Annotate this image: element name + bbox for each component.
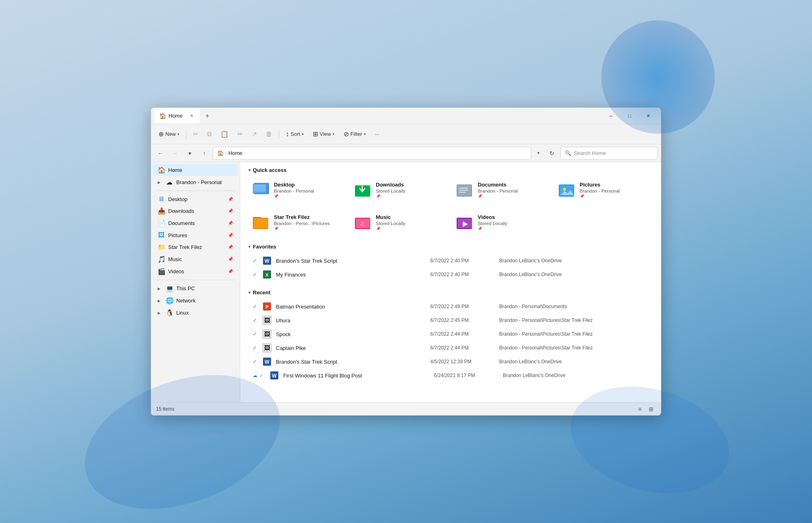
list-item-batman[interactable]: ✓ P Batman Presentation 6/7/2022 2:49 PM…	[248, 300, 653, 313]
rename-button[interactable]: ✏	[233, 128, 247, 140]
startrek-script-location: Brandon LeBlanc's OneDrive	[499, 258, 650, 264]
qa-videos-pin: 📌	[478, 227, 547, 231]
more-label: ···	[375, 131, 379, 137]
address-dropdown-button[interactable]: ▾	[534, 148, 543, 158]
win11blog-cloud-icon: ☁	[252, 372, 258, 379]
sidebar-item-home[interactable]: 🏠 Home	[153, 164, 238, 176]
sidebar-item-linux[interactable]: ▶ 🐧 Linux	[153, 307, 238, 319]
share-button[interactable]: ↗	[248, 128, 261, 140]
view-button[interactable]: ⊞ View ▾	[309, 128, 339, 140]
new-tab-button[interactable]: +	[201, 110, 214, 122]
active-tab[interactable]: 🏠 Home ✕	[154, 108, 200, 124]
paste-button[interactable]: 📋	[216, 128, 233, 140]
window-controls: ─ □ ✕	[602, 109, 658, 122]
qa-item-startrek[interactable]: Star Trek Filez Brandon - Perso...\Pictu…	[248, 210, 347, 236]
qa-item-pictures[interactable]: Pictures Brandon - Personal 📌	[554, 177, 653, 203]
refresh-button[interactable]: ↻	[546, 147, 558, 159]
qa-item-desktop[interactable]: Desktop Brandon - Personal 📌	[248, 177, 347, 203]
sidebar-item-music[interactable]: 🎵 Music 📌	[153, 253, 238, 265]
svg-rect-16	[254, 219, 268, 228]
copy-button[interactable]: ⧉	[203, 128, 216, 140]
qa-music-icon: ♫	[355, 214, 372, 231]
qa-desktop-icon	[253, 182, 270, 199]
qa-videos-sub: Stored Locally	[478, 221, 547, 226]
startrek-script-status-icon: ✓	[252, 257, 258, 264]
tab-close-button[interactable]: ✕	[188, 113, 195, 119]
recent-locations-button[interactable]: ▾	[184, 147, 196, 159]
tab-label: Home	[169, 113, 183, 119]
sidebar-thispc-label: This PC	[176, 285, 233, 292]
linux-icon: 🐧	[166, 309, 173, 317]
sidebar-music-label: Music	[168, 256, 224, 262]
list-item-startrek-script[interactable]: ✓ W Brandon's Star Trek Script 6/7/2022 …	[248, 254, 653, 268]
sidebar-item-documents[interactable]: 📄 Documents 📌	[153, 217, 238, 229]
list-item-uhura[interactable]: ✓ 🖼 Uhura 6/7/2022 2:45 PM Brandon - Per…	[248, 313, 653, 327]
sidebar-separator-2	[156, 280, 235, 280]
more-button[interactable]: ···	[371, 129, 383, 139]
sidebar-item-downloads[interactable]: 📥 Downloads 📌	[153, 205, 238, 217]
grid-view-button[interactable]: ⊞	[646, 404, 656, 414]
up-button[interactable]: ↑	[198, 147, 210, 159]
qa-item-documents[interactable]: Documents Brandon - Personal 📌	[452, 177, 551, 203]
recent-label: Recent	[253, 289, 270, 296]
cut-button[interactable]: ✂	[189, 128, 202, 140]
maximize-button[interactable]: □	[620, 109, 639, 122]
sidebar-item-network[interactable]: ▶ 🌐 Network	[153, 295, 238, 307]
favorites-chevron-icon: ▾	[248, 244, 250, 249]
content-area: ▾ Quick access Desktop Brandon - Persona…	[240, 162, 661, 402]
list-item-startrek-script2[interactable]: ✓ W Brandon's Star Trek Script 4/5/2022 …	[248, 355, 653, 369]
sidebar-linux-label: Linux	[176, 310, 233, 316]
sidebar-pictures-label: Pictures	[168, 232, 224, 238]
list-item-myfinances[interactable]: ✓ X My Finances 6/7/2022 2:40 PM Brandon…	[248, 268, 653, 281]
forward-button[interactable]: →	[169, 147, 181, 159]
downloads-icon: 📥	[158, 207, 165, 215]
music-pin-icon: 📌	[228, 257, 233, 262]
qa-documents-pin: 📌	[478, 194, 547, 198]
sidebar-item-brandon[interactable]: ▶ ☁ Brandon - Personal	[153, 176, 238, 188]
title-bar: 🏠 Home ✕ + ─ □ ✕	[151, 108, 661, 124]
sidebar-item-thispc[interactable]: ▶ 💻 This PC	[153, 283, 238, 294]
list-item-win11blog[interactable]: ☁ ✓ W First Windows 11 Flight Blog Post …	[248, 369, 653, 382]
search-box[interactable]: 🔍 Search Home	[560, 147, 658, 160]
qa-downloads-pin: 📌	[376, 194, 445, 198]
recent-header[interactable]: ▾ Recent	[248, 288, 653, 297]
startrek-script2-name: Brandon's Star Trek Script	[276, 359, 426, 365]
minimize-button[interactable]: ─	[602, 109, 620, 122]
sidebar-item-desktop[interactable]: 🖥 Desktop 📌	[153, 193, 238, 205]
breadcrumb-bar[interactable]: 🏠 › Home	[213, 147, 531, 160]
back-button[interactable]: ←	[154, 147, 167, 159]
delete-button[interactable]: 🗑	[262, 128, 276, 140]
qa-item-videos[interactable]: Videos Stored Locally 📌	[452, 210, 551, 236]
qa-pictures-icon	[559, 182, 576, 199]
list-item-spock[interactable]: ✓ 🖼 Spock 6/7/2022 2:44 PM Brandon - Per…	[248, 327, 653, 341]
win11blog-date: 6/24/2021 8:17 PM	[434, 373, 499, 378]
close-button[interactable]: ✕	[639, 109, 658, 122]
sidebar-item-startrek[interactable]: 📁 Star Trek Filez 📌	[153, 241, 238, 253]
qa-videos-name: Videos	[478, 214, 547, 220]
batman-name: Batman Presentation	[276, 304, 426, 310]
tab-home-icon: 🏠	[159, 113, 166, 119]
sort-button[interactable]: ↕ Sort ▾	[282, 128, 308, 140]
quick-access-header[interactable]: ▾ Quick access	[248, 167, 653, 173]
favorites-header[interactable]: ▾ Favorites	[248, 242, 653, 251]
sidebar-item-videos[interactable]: 🎬 Videos 📌	[153, 266, 238, 277]
myfinances-name: My Finances	[276, 272, 426, 278]
startrek-icon: 📁	[158, 243, 165, 251]
qa-desktop-sub: Brandon - Personal	[274, 189, 343, 193]
list-view-button[interactable]: ≡	[635, 404, 645, 414]
main-content: 🏠 Home ▶ ☁ Brandon - Personal 🖥 Desktop …	[151, 162, 661, 402]
qa-item-downloads[interactable]: Downloads Stored Locally 📌	[350, 177, 449, 203]
new-chevron: ▾	[177, 132, 179, 136]
new-button[interactable]: ⊕ New ▾	[154, 128, 184, 140]
qa-item-music[interactable]: ♫ Music Stored Locally 📌	[350, 210, 449, 236]
documents-pin-icon: 📌	[228, 221, 233, 226]
sort-icon: ↕	[286, 131, 289, 138]
filter-button[interactable]: ⊘ Filter ▾	[340, 128, 370, 140]
batman-location: Brandon - Personal\Documents	[499, 304, 650, 309]
startrek-script2-date: 4/5/2022 12:39 PM	[430, 359, 495, 364]
network-expand-icon: ▶	[158, 299, 162, 303]
new-label: New	[165, 131, 176, 137]
qa-pictures-pin: 📌	[580, 194, 649, 198]
list-item-captainpike[interactable]: ✓ 🖼 Captain Pike 6/7/2022 2:44 PM Brando…	[248, 341, 653, 355]
sidebar-item-pictures[interactable]: 🖼 Pictures 📌	[153, 229, 238, 241]
